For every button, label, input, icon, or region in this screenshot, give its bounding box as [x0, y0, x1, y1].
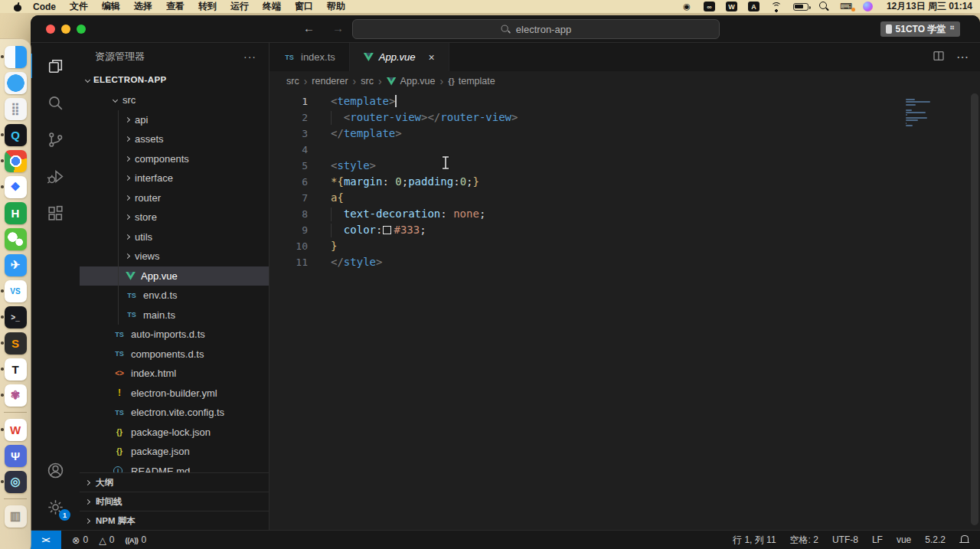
breadcrumb-item[interactable]: src [286, 76, 299, 87]
chrome-dock-icon[interactable] [3, 149, 28, 172]
launchpad-dock-icon[interactable]: ⣿ [3, 97, 28, 120]
close-window-button[interactable] [46, 25, 55, 34]
close-tab-icon[interactable]: × [429, 51, 435, 64]
scrollbar[interactable] [971, 93, 978, 525]
more-actions-icon[interactable]: ⋯ [956, 50, 969, 64]
breadcrumb-item[interactable]: {}template [448, 76, 495, 87]
terminal-dock-icon[interactable]: >_ [3, 306, 28, 328]
sidebar-more-icon[interactable]: ··· [243, 51, 256, 63]
wifi-icon[interactable] [770, 2, 782, 12]
status-item-1[interactable]: 空格: 2 [790, 534, 818, 547]
file-App.vue[interactable]: App.vue [80, 266, 269, 286]
bird-app-dock-icon[interactable]: ✈ [3, 253, 28, 276]
command-center-search[interactable]: electron-app [352, 19, 720, 39]
folder-views[interactable]: views [80, 247, 269, 266]
minimap[interactable] [906, 99, 930, 127]
settings-icon[interactable]: 1 [31, 489, 80, 525]
split-editor-icon[interactable] [932, 49, 946, 65]
file-electron.vite.config.ts[interactable]: TSelectron.vite.config.ts [80, 403, 269, 423]
menu-item[interactable]: 选择 [134, 0, 152, 13]
status-item-0[interactable]: 行 1, 列 11 [733, 534, 776, 547]
folder-store[interactable]: store [80, 208, 269, 227]
trash-dock-icon[interactable]: ▥ [3, 505, 28, 528]
folder-src[interactable]: src [80, 90, 269, 110]
code-area[interactable]: 1<template>2 <router-view></router-view>… [270, 91, 980, 530]
accounts-icon[interactable] [31, 452, 80, 489]
file-env.d.ts[interactable]: TSenv.d.ts [80, 286, 269, 306]
menu-item[interactable]: 窗口 [295, 0, 313, 13]
file-auto-imports.d.ts[interactable]: TSauto-imports.d.ts [80, 325, 269, 345]
finder-dock-icon[interactable] [3, 45, 28, 68]
panel-大纲[interactable]: 大纲 [80, 472, 269, 492]
qq-dock-icon[interactable]: Q [3, 123, 28, 146]
paint-app-dock-icon[interactable]: ✾ [3, 384, 28, 407]
tab-index.ts[interactable]: TSindex.ts [270, 43, 350, 71]
screen-record-icon[interactable]: ◉ [681, 2, 693, 12]
sublime-text-dock-icon[interactable]: S [3, 332, 28, 355]
menubar-clock[interactable]: 12月13日 周三 01:14 [887, 0, 972, 13]
file-index.html[interactable]: <>index.html [80, 364, 269, 384]
meeting-app-icon[interactable]: ∞ [704, 2, 715, 11]
status-item-3[interactable]: LF [872, 534, 883, 545]
status-item-2[interactable]: UTF-8 [832, 534, 858, 545]
wps-menu-icon[interactable]: W [726, 2, 737, 11]
minimize-window-button[interactable] [61, 25, 70, 34]
h-app-dock-icon[interactable]: H [3, 201, 28, 224]
wechat-dock-icon[interactable] [3, 227, 28, 250]
deer-app-dock-icon[interactable]: Ψ [3, 444, 28, 467]
panel-NPM 脚本[interactable]: NPM 脚本 [80, 511, 269, 530]
feishu-dock-icon[interactable]: ❖ [3, 175, 28, 198]
menu-item[interactable]: 运行 [230, 0, 249, 13]
status-item-5[interactable]: 5.2.2 [925, 534, 946, 545]
menu-item[interactable]: 文件 [70, 0, 88, 13]
extensions-icon[interactable] [31, 194, 80, 231]
menu-item[interactable]: 编辑 [102, 0, 120, 13]
file-main.ts[interactable]: TSmain.ts [80, 306, 269, 325]
siri-icon[interactable] [863, 2, 873, 11]
safari-dock-icon[interactable] [3, 71, 28, 94]
breadcrumb-item[interactable]: src [361, 76, 374, 87]
apple-menu-icon[interactable] [14, 2, 22, 11]
run-debug-icon[interactable] [31, 158, 80, 194]
menu-item[interactable]: 终端 [263, 0, 281, 13]
status-item-4[interactable]: vue [897, 534, 911, 545]
source-control-icon[interactable] [31, 121, 80, 158]
folder-router[interactable]: router [80, 188, 269, 208]
file-package.json[interactable]: {}package.json [80, 442, 269, 462]
explorer-icon[interactable] [31, 47, 80, 84]
wps-dock-icon[interactable]: W [3, 418, 28, 441]
error-status[interactable]: ⊗0 [72, 534, 88, 546]
menu-item[interactable]: 帮助 [327, 0, 345, 13]
battery-icon[interactable] [793, 3, 808, 11]
search-icon[interactable] [31, 84, 80, 121]
typora-dock-icon[interactable]: T [3, 358, 28, 381]
warning-status[interactable]: △0 [99, 534, 114, 546]
nav-forward-icon[interactable]: → [332, 21, 344, 34]
vscode-dock-icon[interactable]: VS [3, 279, 28, 302]
menu-item[interactable]: 查看 [166, 0, 185, 13]
folder-interface[interactable]: interface [80, 168, 269, 188]
file-package-lock.json[interactable]: {}package-lock.json [80, 423, 269, 443]
zoom-window-button[interactable] [77, 25, 86, 34]
assistant-menu-icon[interactable]: A [748, 2, 760, 11]
radio-status[interactable]: ((A))0 [125, 534, 146, 545]
folder-components[interactable]: components [80, 149, 269, 169]
notifications-bell-icon[interactable] [959, 535, 969, 544]
spotlight-icon[interactable] [819, 2, 829, 11]
breadcrumb-item[interactable]: renderer [312, 76, 348, 87]
menu-app-name[interactable]: Code [33, 2, 56, 12]
panel-时间线[interactable]: 时间线 [80, 492, 269, 511]
remote-indicator[interactable]: >< [31, 531, 61, 549]
project-header[interactable]: ELECTRON-APP [80, 70, 269, 89]
file-electron-builder.yml[interactable]: !electron-builder.yml [80, 384, 269, 404]
folder-assets[interactable]: assets [80, 129, 269, 149]
nav-back-icon[interactable]: ← [303, 21, 315, 34]
breadcrumb-item[interactable]: App.vue [387, 76, 436, 87]
file-components.d.ts[interactable]: TScomponents.d.ts [80, 345, 269, 364]
input-source-icon[interactable]: ⌨ [840, 2, 852, 12]
menu-item[interactable]: 转到 [198, 0, 217, 13]
folder-utils[interactable]: utils [80, 227, 269, 247]
folder-api[interactable]: api [80, 110, 269, 130]
tab-App.vue[interactable]: App.vue× [350, 43, 449, 71]
electron-app-dock-icon[interactable]: ◎ [3, 470, 28, 493]
